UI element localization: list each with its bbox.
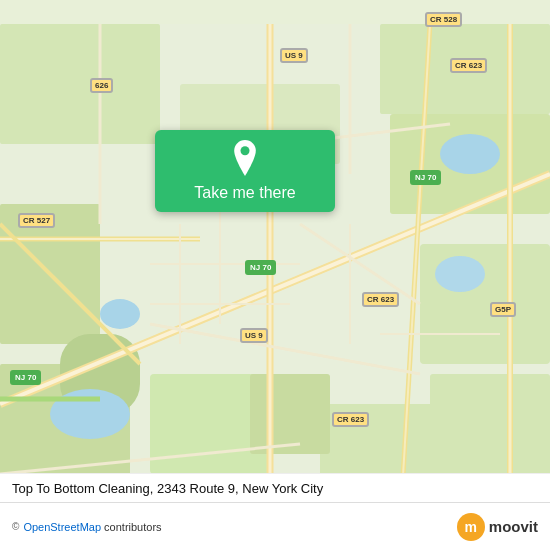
route-badge-nj70-left: NJ 70	[10, 370, 41, 385]
address-bar: Top To Bottom Cleaning, 2343 Route 9, Ne…	[0, 473, 550, 502]
take-me-there-label: Take me there	[194, 184, 295, 202]
svg-point-15	[435, 256, 485, 292]
route-badge-us9-bottom: US 9	[240, 328, 268, 343]
moovit-logo: m moovit	[457, 513, 538, 541]
route-badge-us9-top: US 9	[280, 48, 308, 63]
bottom-bar-right: m moovit	[457, 513, 538, 541]
bottom-bar-left: © OpenStreetMap contributors	[12, 521, 162, 533]
bottom-bar: © OpenStreetMap contributors m moovit	[0, 502, 550, 550]
location-pin-icon	[227, 140, 263, 176]
svg-rect-8	[420, 244, 550, 364]
map-container: CR 528 CR 623 US 9 CR 527 NJ 70 NJ 70 NJ…	[0, 0, 550, 550]
route-badge-nj70-mid: NJ 70	[245, 260, 276, 275]
svg-rect-11	[250, 374, 330, 454]
route-badge-gsp: G5P	[490, 302, 516, 317]
route-badge-cr527: CR 527	[18, 213, 55, 228]
route-badge-cr623-mid: CR 623	[362, 292, 399, 307]
svg-point-14	[440, 134, 500, 174]
popup-container: Take me there	[155, 130, 335, 212]
map-svg	[0, 0, 550, 550]
route-badge-cr623-bottom: CR 623	[332, 412, 369, 427]
osm-link: OpenStreetMap	[23, 521, 101, 533]
openstreetmap-credit: OpenStreetMap contributors	[23, 521, 161, 533]
copyright-symbol: ©	[12, 521, 19, 532]
address-text: Top To Bottom Cleaning, 2343 Route 9, Ne…	[12, 481, 323, 496]
svg-point-41	[241, 146, 250, 155]
moovit-text: moovit	[489, 518, 538, 535]
route-badge-nj70-right: NJ 70	[410, 170, 441, 185]
route-badge-cr528: CR 528	[425, 12, 462, 27]
take-me-there-button[interactable]: Take me there	[155, 130, 335, 212]
svg-point-16	[100, 299, 140, 329]
moovit-m-icon: m	[457, 513, 485, 541]
route-badge-cr623-top: CR 623	[450, 58, 487, 73]
route-badge-626: 626	[90, 78, 113, 93]
svg-rect-1	[0, 24, 160, 144]
